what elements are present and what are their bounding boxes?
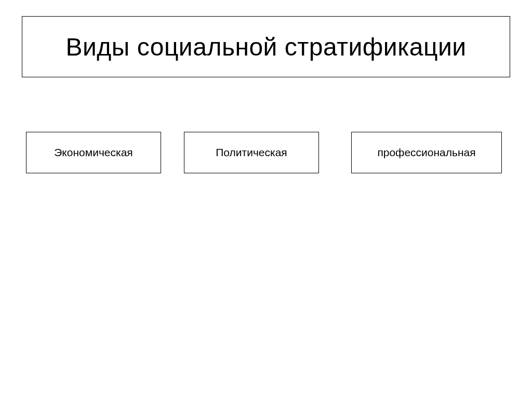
category-label: профессиональная [377,146,475,159]
page-title: Виды социальной стратификации [65,33,466,61]
category-label: Экономическая [54,146,132,159]
title-box: Виды социальной стратификации [22,16,510,77]
category-label: Политическая [216,146,287,159]
category-box-professional: профессиональная [351,132,502,173]
category-box-political: Политическая [184,132,319,173]
category-box-economic: Экономическая [26,132,161,173]
